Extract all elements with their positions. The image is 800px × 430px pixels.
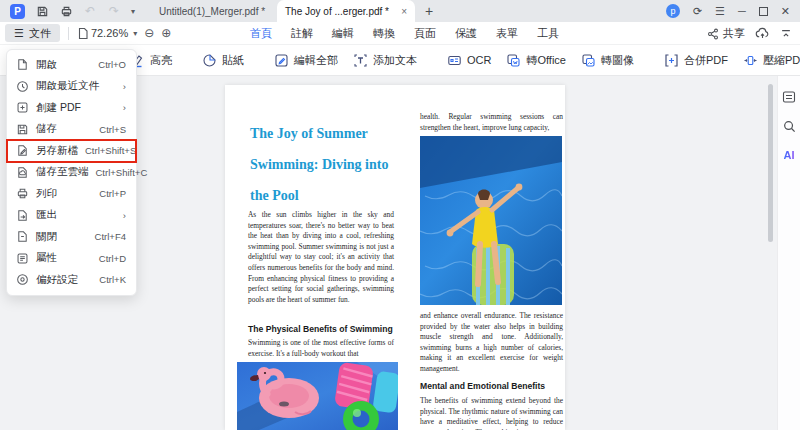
- doc-paragraph: As the sun climbs higher in the sky and …: [248, 210, 394, 305]
- tab-document-inactive[interactable]: Untitled(1)_Merger.pdf *: [151, 6, 273, 17]
- menu-item-print[interactable]: 列印 Ctrl+P: [7, 183, 136, 205]
- app-menu-icon[interactable]: ☰: [715, 6, 725, 17]
- history-dropdown-icon[interactable]: ▾: [131, 7, 135, 16]
- doc-paragraph: and enhance overall endurance. The resis…: [420, 311, 563, 375]
- maximize-button[interactable]: [759, 7, 768, 16]
- merge-pdf-button[interactable]: 合併PDF: [664, 53, 728, 68]
- pdf-page[interactable]: The Joy of Summer Swimming: Diving into …: [225, 85, 565, 430]
- menu-item-open-recent[interactable]: 開啟最近文件 ›: [7, 76, 136, 98]
- vertical-scrollbar[interactable]: [768, 84, 773, 242]
- menu-item-shortcut: Ctrl+O: [98, 59, 126, 70]
- menu-item-close[interactable]: 關閉 Ctrl+F4: [7, 226, 136, 248]
- page-view-icon[interactable]: [77, 27, 89, 40]
- menu-item-shortcut: Ctrl+K: [99, 274, 126, 285]
- ribbon-bar: ☰ 文件 72.26% ▾ ⊖ ⊕ 首頁 註解 編輯 轉換 頁面 保護 表單 工…: [0, 22, 800, 45]
- to-office-icon: [506, 53, 521, 68]
- menu-item-properties[interactable]: 屬性 Ctrl+D: [7, 248, 136, 270]
- search-icon[interactable]: [783, 120, 796, 133]
- zoom-out-button[interactable]: ⊖: [144, 26, 154, 40]
- menu-item-label: 開啟: [36, 58, 91, 72]
- tab-home[interactable]: 首頁: [250, 26, 272, 41]
- to-image-button[interactable]: 轉圖像: [581, 53, 634, 68]
- flamingo-float-photo: [237, 362, 398, 430]
- ocr-button[interactable]: OCR: [447, 53, 491, 68]
- menu-item-label: 列印: [36, 187, 92, 201]
- clock-icon: [16, 80, 29, 93]
- submenu-arrow-icon: ›: [123, 81, 126, 92]
- edit-icon: [274, 53, 289, 68]
- right-sidebar: AI: [777, 76, 800, 430]
- print-icon: [16, 187, 29, 200]
- zoom-level-value[interactable]: 72.26%: [91, 27, 128, 39]
- collapse-toolbar-icon[interactable]: [780, 28, 792, 40]
- pool-swimmer-photo: [420, 136, 562, 305]
- menu-item-open[interactable]: 開啟 Ctrl+O: [7, 54, 136, 76]
- tab-close-icon[interactable]: ×: [401, 6, 407, 17]
- open-icon: [16, 58, 29, 71]
- sync-icon[interactable]: ⟳: [693, 6, 702, 17]
- tool-label: 轉圖像: [601, 53, 634, 68]
- menu-item-create-pdf[interactable]: 創建 PDF ›: [7, 97, 136, 119]
- tool-label: 貼紙: [222, 53, 244, 68]
- title-bar: P ↶ ↷ ▾ Untitled(1)_Merger.pdf * The Joy…: [0, 0, 800, 22]
- menu-item-label: 偏好設定: [36, 273, 92, 287]
- user-avatar[interactable]: p: [666, 4, 680, 18]
- redo-icon[interactable]: ↷: [107, 4, 121, 18]
- thumbnail-panel-icon[interactable]: [782, 90, 796, 104]
- tool-label: 合併PDF: [684, 53, 728, 68]
- share-button[interactable]: 共享: [707, 26, 745, 41]
- edit-all-button[interactable]: 編輯全部: [274, 53, 338, 68]
- menu-item-save[interactable]: 儲存 Ctrl+S: [7, 119, 136, 141]
- cloud-upload-icon[interactable]: [755, 27, 770, 40]
- compress-pdf-button[interactable]: 壓縮PDF: [743, 53, 800, 68]
- menu-item-label: 匯出: [36, 208, 116, 222]
- gear-icon: [16, 273, 29, 286]
- save-icon[interactable]: [35, 4, 49, 18]
- ribbon-tabs: 首頁 註解 編輯 轉換 頁面 保護 表單 工具: [250, 22, 559, 45]
- file-menu-button[interactable]: ☰ 文件: [5, 24, 60, 42]
- hamburger-icon: ☰: [14, 27, 24, 40]
- print-icon[interactable]: [59, 4, 73, 18]
- minimize-button[interactable]: ─: [738, 6, 746, 17]
- tool-label: 高亮: [150, 53, 172, 68]
- menu-item-shortcut: Ctrl+F4: [95, 231, 126, 242]
- add-text-button[interactable]: 添加文本: [353, 53, 417, 68]
- doc-heading-physical: The Physical Benefits of Swimming: [248, 324, 393, 334]
- doc-title: The Joy of Summer Swimming: Diving into …: [250, 118, 410, 211]
- tool-label: 轉Office: [526, 53, 566, 68]
- zoom-in-button[interactable]: ⊕: [161, 26, 171, 40]
- zoom-dropdown-icon[interactable]: ▾: [133, 29, 137, 38]
- tab-label: The Joy of ...erger.pdf *: [285, 6, 389, 17]
- menu-item-label: 儲存至雲端: [36, 165, 89, 179]
- ocr-icon: [447, 53, 462, 68]
- share-label: 共享: [723, 26, 745, 41]
- compress-pdf-icon: [743, 53, 758, 68]
- doc-paragraph: health. Regular swimming sessions can st…: [420, 112, 563, 133]
- doc-paragraph: The benefits of swimming extend beyond t…: [420, 396, 563, 430]
- undo-icon[interactable]: ↶: [83, 4, 97, 18]
- to-office-button[interactable]: 轉Office: [506, 53, 566, 68]
- tab-form[interactable]: 表單: [496, 26, 518, 41]
- tab-edit[interactable]: 編輯: [332, 26, 354, 41]
- submenu-arrow-icon: ›: [123, 102, 126, 113]
- file-menu-label: 文件: [29, 26, 51, 41]
- sticker-button[interactable]: 貼紙: [202, 53, 244, 68]
- menu-item-label: 另存新檔: [36, 144, 78, 158]
- merge-pdf-icon: [664, 53, 679, 68]
- menu-item-label: 關閉: [36, 230, 88, 244]
- menu-item-export[interactable]: 匯出 ›: [7, 205, 136, 227]
- tab-page[interactable]: 頁面: [414, 26, 436, 41]
- ai-assistant-button[interactable]: AI: [784, 149, 795, 161]
- divider: [68, 27, 69, 40]
- close-button[interactable]: ✕: [781, 6, 790, 17]
- menu-item-save-to-cloud[interactable]: 儲存至雲端 Ctrl+Shift+C: [7, 162, 136, 184]
- menu-item-preferences[interactable]: 偏好設定 Ctrl+K: [7, 269, 136, 291]
- doc-paragraph: Swimming is one of the most effective fo…: [248, 338, 394, 359]
- tab-comment[interactable]: 註解: [291, 26, 313, 41]
- tab-tools[interactable]: 工具: [537, 26, 559, 41]
- tab-protect[interactable]: 保護: [455, 26, 477, 41]
- new-tab-button[interactable]: +: [425, 3, 433, 19]
- tab-document-active[interactable]: The Joy of ...erger.pdf * ×: [277, 0, 415, 22]
- tab-convert[interactable]: 轉換: [373, 26, 395, 41]
- menu-item-save-as[interactable]: 另存新檔 Ctrl+Shift+S: [7, 140, 136, 162]
